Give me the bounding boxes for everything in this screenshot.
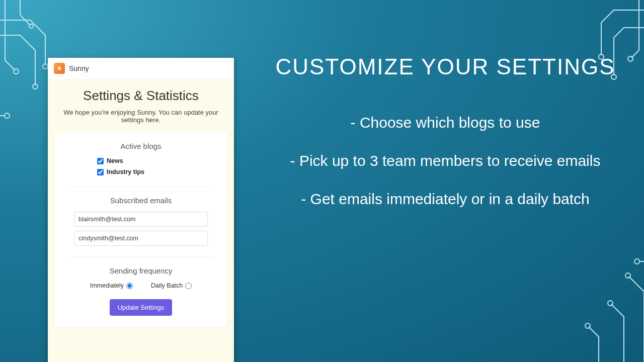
subscribed-emails-heading: Subscribed emails bbox=[69, 196, 213, 205]
settings-panel: ✷ Sunny Settings & Statistics We hope yo… bbox=[48, 58, 234, 362]
page-subtitle: We hope you're enjoying Sunny. You can u… bbox=[55, 109, 227, 124]
svg-point-10 bbox=[585, 323, 590, 328]
bullet-item: Pick up to 3 team members to receive ema… bbox=[272, 149, 619, 173]
svg-point-2 bbox=[14, 69, 19, 74]
settings-card: Active blogs News Industry tips Subscrib… bbox=[55, 133, 227, 327]
blog-checkbox-industry-tips[interactable]: Industry tips bbox=[97, 168, 213, 175]
app-header: ✷ Sunny bbox=[48, 58, 234, 79]
email-inputs bbox=[69, 212, 213, 246]
slide-content: CUSTOMIZE YOUR SETTINGS Choose which blo… bbox=[272, 53, 619, 225]
frequency-radios: Immediately Daily Batch bbox=[69, 282, 213, 289]
divider bbox=[69, 187, 213, 187]
email-field-1[interactable] bbox=[74, 212, 208, 227]
radio-daily-batch[interactable]: Daily Batch bbox=[151, 282, 192, 289]
bullet-item: Get emails immediately or in a daily bat… bbox=[272, 187, 619, 211]
radio-input[interactable] bbox=[126, 283, 133, 289]
sun-icon: ✷ bbox=[54, 63, 65, 74]
divider bbox=[69, 257, 213, 257]
active-blogs-list: News Industry tips bbox=[69, 157, 213, 175]
active-blogs-heading: Active blogs bbox=[69, 142, 213, 150]
checkbox-label: News bbox=[107, 157, 123, 164]
svg-point-11 bbox=[634, 259, 639, 264]
page-title: Settings & Statistics bbox=[55, 88, 227, 104]
sending-frequency-heading: Sending frequency bbox=[69, 266, 213, 275]
checkbox-input[interactable] bbox=[97, 158, 104, 164]
email-field-2[interactable] bbox=[74, 231, 208, 246]
checkbox-input[interactable] bbox=[97, 169, 104, 175]
svg-point-3 bbox=[5, 113, 10, 118]
svg-point-0 bbox=[43, 64, 48, 69]
blog-checkbox-news[interactable]: News bbox=[97, 157, 213, 164]
app-name: Sunny bbox=[69, 64, 89, 72]
update-settings-button[interactable]: Update Settings bbox=[110, 299, 173, 316]
svg-point-1 bbox=[33, 84, 38, 89]
svg-point-7 bbox=[628, 56, 633, 61]
slide-title: CUSTOMIZE YOUR SETTINGS bbox=[272, 53, 619, 80]
radio-immediately[interactable]: Immediately bbox=[90, 282, 133, 289]
bullet-item: Choose which blogs to use bbox=[272, 111, 619, 135]
radio-input[interactable] bbox=[185, 283, 192, 289]
panel-body: Settings & Statistics We hope you're enj… bbox=[48, 79, 234, 362]
radio-label: Daily Batch bbox=[151, 282, 183, 289]
decoration-circuit-bottom-right bbox=[523, 231, 644, 362]
slide-bullets: Choose which blogs to use Pick up to 3 t… bbox=[272, 111, 619, 211]
checkbox-label: Industry tips bbox=[107, 168, 144, 175]
svg-point-4 bbox=[29, 24, 33, 28]
svg-point-9 bbox=[608, 301, 613, 306]
svg-point-8 bbox=[625, 273, 630, 278]
radio-label: Immediately bbox=[90, 282, 124, 289]
